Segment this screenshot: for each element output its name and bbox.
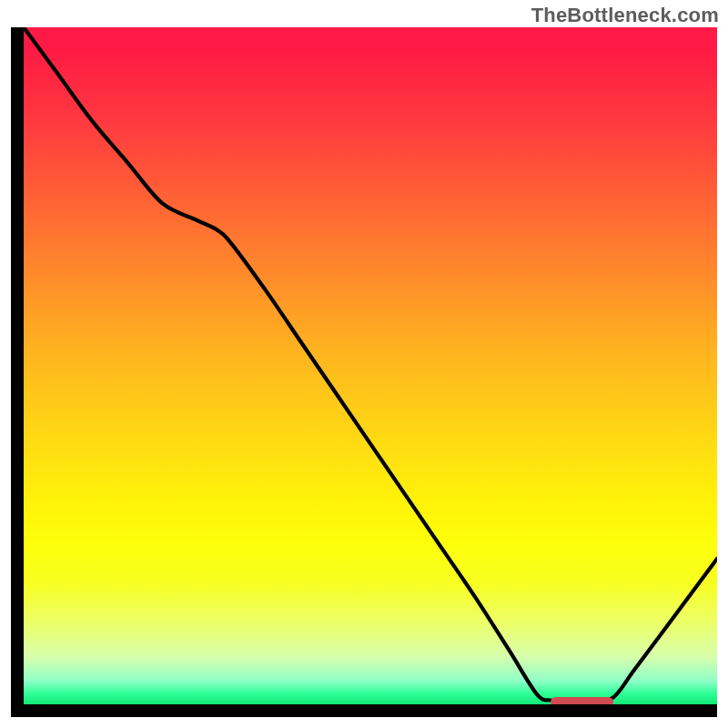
plot-outer [11,27,717,717]
chart-frame: TheBottleneck.com [0,0,728,728]
bottleneck-curve [24,27,717,704]
x-axis [11,704,717,717]
y-axis [11,27,24,717]
watermark-text: TheBottleneck.com [531,4,719,27]
